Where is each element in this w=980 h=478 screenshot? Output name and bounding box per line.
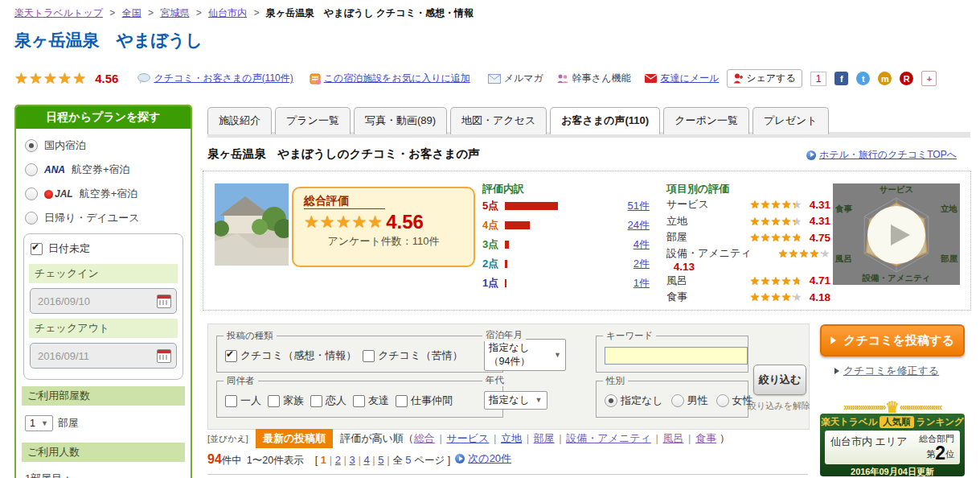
checkbox-icon[interactable] <box>353 395 365 407</box>
checkbox-icon[interactable] <box>396 395 408 407</box>
radio-icon[interactable] <box>25 163 38 176</box>
sort-link-overall[interactable]: 総合 <box>414 432 435 444</box>
checkbox-icon[interactable] <box>225 350 237 362</box>
mail-friend-link[interactable]: 友達にメール <box>645 72 719 85</box>
checkbox-icon[interactable] <box>363 350 375 362</box>
plan-option-jal[interactable]: JAL 航空券+宿泊 <box>22 182 185 206</box>
companion-option-coworkers[interactable]: 仕事仲間 <box>396 394 453 408</box>
breakdown-count-link[interactable]: 1件 <box>634 276 650 291</box>
sort-link-bath[interactable]: 風呂 <box>662 432 683 444</box>
post-review-button[interactable]: クチコミを投稿する <box>820 324 965 356</box>
stay-month-legend: 宿泊年月 <box>482 329 526 341</box>
kanji-feature-item[interactable]: 幹事さん機能 <box>556 72 631 85</box>
sort-link-location[interactable]: 立地 <box>501 432 522 444</box>
rakuten-icon[interactable]: R <box>900 72 913 85</box>
plan-option-dayuse[interactable]: 日帰り・デイユース <box>22 206 185 230</box>
ranking-panel: 仙台市内 エリア 総合部門 第2位 <box>825 431 960 464</box>
radar-chart[interactable]: サービス 立地 部屋 設備・アメニティ 風呂 食事 <box>833 183 960 285</box>
tab-bar: 施設紹介 プラン一覧 写真・動画(89) 地図・アクセス お客さまの声(110)… <box>207 107 829 134</box>
breadcrumb-link-top[interactable]: 楽天トラベルトップ <box>14 7 103 19</box>
checkbox-icon[interactable] <box>310 395 322 407</box>
keyword-input[interactable] <box>605 347 748 365</box>
sort-link-service[interactable]: サービス <box>446 432 489 444</box>
plan-option-domestic[interactable]: 国内宿泊 <box>22 134 185 158</box>
post-type-option-review[interactable]: クチコミ（感想・情報） <box>225 348 356 363</box>
checkbox-icon[interactable] <box>31 243 43 255</box>
tab-plans[interactable]: プラン一覧 <box>275 107 351 134</box>
breadcrumb-link-sendai[interactable]: 仙台市内 <box>208 7 247 19</box>
breakdown-title: 評価内訳 <box>482 182 650 196</box>
radio-icon[interactable] <box>25 139 38 152</box>
breakdown-count-link[interactable]: 4件 <box>634 237 650 252</box>
tab-photos[interactable]: 写真・動画(89) <box>354 107 447 134</box>
clear-filter-link[interactable]: 絞り込みを解除 <box>745 400 813 412</box>
sort-link-amenity[interactable]: 設備・アメニティ <box>566 432 651 444</box>
page-separator: | <box>372 454 375 466</box>
stay-month-select[interactable]: 指定なし（94件）▼ <box>484 339 566 371</box>
companion-option-friends[interactable]: 友達 <box>353 394 389 408</box>
checkbox-icon[interactable] <box>225 395 237 407</box>
overall-rating-box: 総合評価 ★★★★★ 4.56 アンケート件数：110件 <box>292 187 475 267</box>
undated-option[interactable]: 日付未定 <box>29 240 178 261</box>
mailmag-item[interactable]: メルマガ <box>488 72 543 85</box>
category-value: 4.13 <box>670 261 695 273</box>
page-link-4[interactable]: 4 <box>363 454 369 466</box>
share-button[interactable]: シェアする <box>727 69 802 88</box>
sort-link-meal[interactable]: 食事 <box>695 432 716 444</box>
edit-review-link[interactable]: クチコミを修正する <box>834 364 939 378</box>
plan-option-label: 航空券+宿泊 <box>72 163 130 177</box>
gender-option-male[interactable]: 男性 <box>671 394 708 408</box>
companion-option-family[interactable]: 家族 <box>268 394 304 408</box>
tab-coupons[interactable]: クーポン一覧 <box>663 107 749 134</box>
tab-access[interactable]: 地図・アクセス <box>450 107 547 134</box>
plan-option-ana[interactable]: ANA 航空券+宿泊 <box>22 158 185 182</box>
page-link-3[interactable]: 3 <box>350 454 355 466</box>
tab-reviews[interactable]: お客さまの声(110) <box>550 107 660 134</box>
ranking-box[interactable]: 楽天トラベル 人気順 ランキング 仙台市内 エリア 総合部門 第2位 2016年… <box>820 414 965 476</box>
next-page-link[interactable]: 次の20件 <box>455 451 511 466</box>
radio-icon[interactable] <box>605 394 617 407</box>
page-link-5[interactable]: 5 <box>378 454 383 466</box>
category-stars-icon: ★★★★★★★★★★ <box>750 291 802 303</box>
favorite-link[interactable]: この宿泊施設をお気に入りに追加 <box>310 72 470 85</box>
rooms-count-select[interactable]: 1▼ <box>25 415 53 431</box>
mixi-icon[interactable]: m <box>878 72 892 85</box>
breadcrumb-link-miyagi[interactable]: 宮城県 <box>160 7 189 19</box>
calendar-icon[interactable] <box>157 349 171 363</box>
checkout-input[interactable]: 2016/09/11 <box>30 343 177 369</box>
tab-presents[interactable]: プレゼント <box>752 107 829 134</box>
sort-newest-button[interactable]: 最新の投稿順 <box>256 429 333 448</box>
radio-icon[interactable] <box>25 212 38 225</box>
breakdown-count-link[interactable]: 24件 <box>628 218 650 233</box>
breadcrumb-current: 泉ヶ岳温泉 やまぼうし クチコミ・感想・情報 <box>266 7 474 19</box>
reviews-link[interactable]: クチコミ・お客さまの声(110件) <box>137 72 293 85</box>
chevron-down-icon: ▼ <box>41 419 48 427</box>
radio-icon[interactable] <box>716 394 729 407</box>
age-select[interactable]: 指定なし▼ <box>484 391 547 410</box>
radio-icon[interactable] <box>25 187 38 200</box>
breakdown-bar <box>505 221 530 229</box>
breakdown-count-link[interactable]: 2件 <box>634 257 650 271</box>
apply-filter-button[interactable]: 絞り込む <box>753 365 806 395</box>
more-share-icon[interactable]: + <box>921 71 937 86</box>
sort-rating-label: 評価が高い順 <box>340 431 404 446</box>
breakdown-count-link[interactable]: 51件 <box>628 199 650 213</box>
checkbox-icon[interactable] <box>268 395 280 407</box>
category-stars-icon: ★★★★★★★★★★ <box>750 216 802 227</box>
calendar-icon[interactable] <box>157 295 171 308</box>
overall-rating-value: 4.56 <box>95 72 118 85</box>
companion-option-couple[interactable]: 恋人 <box>310 394 346 408</box>
review-top-link[interactable]: ホテル・旅行のクチコミTOPへ <box>806 148 957 162</box>
companion-option-alone[interactable]: 一人 <box>225 394 261 408</box>
checkin-input[interactable]: 2016/09/10 <box>30 288 177 314</box>
facebook-icon[interactable]: f <box>834 72 848 85</box>
page-link-2[interactable]: 2 <box>335 454 341 466</box>
twitter-icon[interactable]: t <box>856 72 870 85</box>
gender-option-any[interactable]: 指定なし <box>605 394 663 408</box>
sort-link-room[interactable]: 部屋 <box>534 432 555 444</box>
post-type-option-complaint[interactable]: クチコミ（苦情） <box>363 348 462 363</box>
breadcrumb-link-zenkoku[interactable]: 全国 <box>122 7 141 19</box>
plan-option-label: 航空券+宿泊 <box>80 187 138 201</box>
radio-icon[interactable] <box>671 394 684 407</box>
tab-facility[interactable]: 施設紹介 <box>207 107 272 134</box>
